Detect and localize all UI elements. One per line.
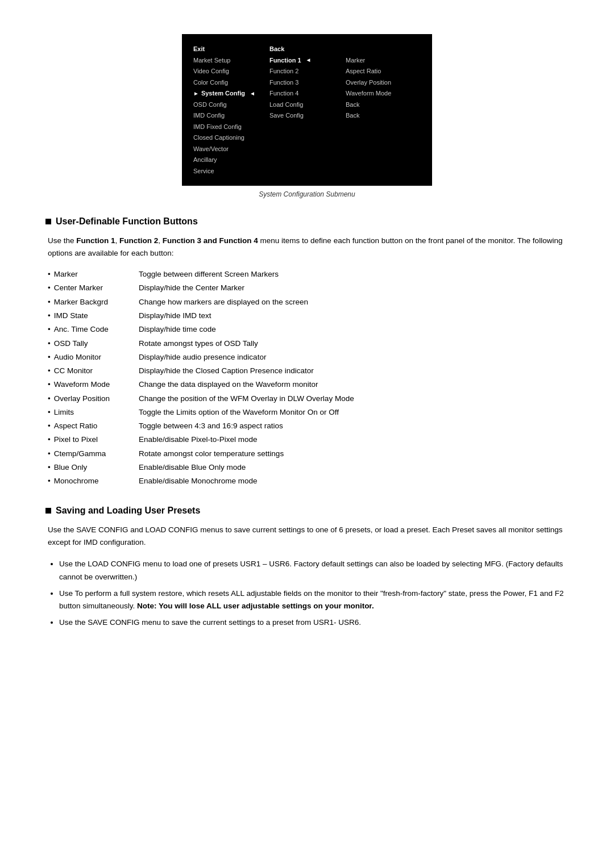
menu-col1-item-1: Video Config	[193, 66, 256, 76]
fl-label-8: •Waveform Mode	[48, 378, 139, 391]
fl-label-15: •Monochrome	[48, 475, 139, 487]
menu-col3-item-1: Aspect Ratio	[346, 66, 408, 76]
fl-desc-0: Toggle between different Screen Markers	[139, 268, 569, 281]
bullet-icon-0: •	[48, 268, 51, 281]
arrow-left-icon-2: ◄	[306, 56, 312, 64]
menu-col2-item-4: Load Config	[269, 100, 332, 110]
fl-desc-13: Rotate amongst color temperature setting…	[139, 448, 569, 460]
menu-caption: System Configuration Submenu	[259, 190, 355, 198]
fl-label-12: •Pixel to Pixel	[48, 433, 139, 446]
section1-heading: User-Definable Function Buttons	[45, 216, 569, 227]
bullet-icon-14: •	[48, 461, 51, 474]
fl-label-1: •Center Marker	[48, 282, 139, 294]
function1-bold: Function 1	[76, 236, 115, 245]
menu-col2-item-3: Function 4	[269, 89, 332, 98]
section2-bullet-0: Use the LOAD CONFIG menu to load one of …	[59, 558, 569, 584]
fl-label-5: •OSD Tally	[48, 337, 139, 350]
bullet-icon-12: •	[48, 433, 51, 446]
fl-label-text-13: Ctemp/Gamma	[54, 448, 106, 460]
menu-col1-item-3-label: System Config	[201, 89, 245, 98]
fl-label-9: •Overlay Position	[48, 393, 139, 405]
fl-label-14: •Blue Only	[48, 461, 139, 474]
menu-col3-item-2: Overlay Position	[346, 78, 408, 87]
bullet-icon-5: •	[48, 337, 51, 350]
fl-desc-11: Toggle between 4:3 and 16:9 aspect ratio…	[139, 420, 569, 432]
fl-label-6: •Audio Monitor	[48, 351, 139, 364]
menu-col1-item-8: Wave/Vector	[193, 144, 256, 154]
menu-col1-item-3-selected: ► System Config ◄	[193, 89, 256, 98]
menu-col1-header: Exit	[193, 44, 256, 54]
menu-col3-item-0: Marker	[346, 56, 408, 65]
bullet-icon-9: •	[48, 393, 51, 405]
section2-bullet-1: Use To perform a full system restore, wh…	[59, 587, 569, 614]
arrow-right-icon: ►	[193, 89, 199, 98]
section2-bullet-icon	[45, 508, 51, 514]
menu-col1-item-4: OSD Config	[193, 100, 256, 110]
fl-label-11: •Aspect Ratio	[48, 420, 139, 432]
fl-label-text-15: Monochrome	[54, 475, 99, 487]
fl-label-text-6: Audio Monitor	[54, 351, 101, 364]
section2-bullet-1-bold: Note: You will lose ALL user adjustable …	[137, 602, 374, 610]
fl-desc-7: Display/hide the Closed Caption Presence…	[139, 365, 569, 377]
menu-col1-item-6: IMD Fixed Config	[193, 122, 256, 132]
menu-col3-item-4: Back	[346, 100, 408, 110]
fl-label-text-5: OSD Tally	[54, 337, 88, 350]
fl-label-2: •Marker Backgrd	[48, 296, 139, 308]
menu-col3-item-5: Back	[346, 111, 408, 120]
fl-desc-12: Enable/disable Pixel-to-Pixel mode	[139, 433, 569, 446]
menu-col1-item-10: Service	[193, 166, 256, 176]
section2-intro: Use the SAVE CONFIG and LOAD CONFIG menu…	[48, 524, 569, 548]
section2-bullet-0-text: Use the LOAD CONFIG menu to load one of …	[59, 560, 563, 581]
menu-col3-header	[346, 44, 408, 54]
function-list: •Marker Toggle between different Screen …	[48, 268, 569, 487]
bullet-icon-15: •	[48, 475, 51, 487]
menu-screen: Exit Market Setup Video Config Color Con…	[182, 34, 432, 186]
bullet-icon-10: •	[48, 406, 51, 419]
fl-label-text-0: Marker	[54, 268, 78, 281]
menu-col1-item-2: Color Config	[193, 78, 256, 87]
fl-desc-14: Enable/disable Blue Only mode	[139, 461, 569, 474]
fl-label-text-1: Center Marker	[54, 282, 103, 294]
function2-bold: Function 2	[119, 236, 158, 245]
fl-label-text-14: Blue Only	[54, 461, 88, 474]
menu-image-container: Exit Market Setup Video Config Color Con…	[45, 34, 569, 198]
menu-col2-header: Back	[269, 44, 332, 54]
menu-col2-item-0-label: Function 1	[269, 56, 301, 65]
menu-col-2: Back Function 1 ◄ Function 2 Function 3 …	[269, 44, 332, 176]
menu-col1-item-0: Market Setup	[193, 56, 256, 65]
section2-heading: Saving and Loading User Presets	[45, 506, 569, 516]
arrow-left-icon: ◄	[250, 89, 255, 98]
fl-desc-5: Rotate amongst types of OSD Tally	[139, 337, 569, 350]
fl-label-text-11: Aspect Ratio	[54, 420, 98, 432]
fl-desc-10: Toggle the Limits option of the Waveform…	[139, 406, 569, 419]
bullet-icon-6: •	[48, 351, 51, 364]
fl-desc-4: Display/hide time code	[139, 323, 569, 336]
fl-label-text-10: Limits	[54, 406, 74, 419]
bullet-icon-13: •	[48, 448, 51, 460]
fl-label-text-7: CC Monitor	[54, 365, 93, 377]
bullet-icon-7: •	[48, 365, 51, 377]
menu-col-3: Marker Aspect Ratio Overlay Position Wav…	[346, 44, 408, 176]
fl-label-3: •IMD State	[48, 310, 139, 322]
function3-bold: Function 3 and Function 4	[163, 236, 258, 245]
bullet-icon-2: •	[48, 296, 51, 308]
fl-label-text-4: Anc. Time Code	[54, 323, 109, 336]
menu-col2-item-0-selected: Function 1 ◄	[269, 56, 332, 65]
fl-desc-9: Change the position of the WFM Overlay i…	[139, 393, 569, 405]
menu-col3-item-3: Waveform Mode	[346, 89, 408, 98]
fl-desc-8: Change the data displayed on the Wavefor…	[139, 378, 569, 391]
menu-col1-item-7: Closed Captioning	[193, 133, 256, 143]
fl-label-text-3: IMD State	[54, 310, 88, 322]
fl-desc-2: Change how markers are displayed on the …	[139, 296, 569, 308]
fl-desc-1: Display/hide the Center Marker	[139, 282, 569, 294]
bullet-icon-3: •	[48, 310, 51, 322]
menu-col-1: Exit Market Setup Video Config Color Con…	[193, 44, 256, 176]
fl-label-7: •CC Monitor	[48, 365, 139, 377]
bullet-icon-11: •	[48, 420, 51, 432]
bullet-icon-8: •	[48, 378, 51, 391]
section2-heading-text: Saving and Loading User Presets	[56, 506, 200, 516]
fl-label-10: •Limits	[48, 406, 139, 419]
fl-desc-3: Display/hide IMD text	[139, 310, 569, 322]
fl-label-text-12: Pixel to Pixel	[54, 433, 98, 446]
menu-col2-item-2: Function 3	[269, 78, 332, 87]
